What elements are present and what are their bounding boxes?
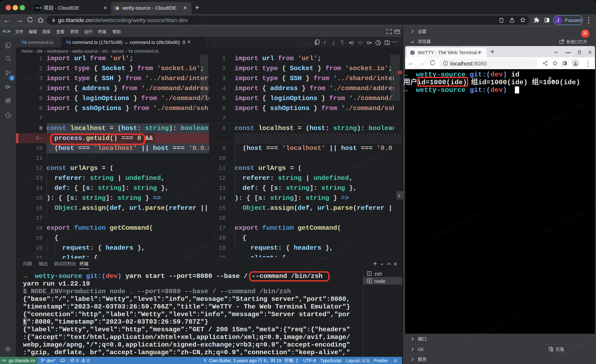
svg-text:JS: JS <box>116 7 119 10</box>
